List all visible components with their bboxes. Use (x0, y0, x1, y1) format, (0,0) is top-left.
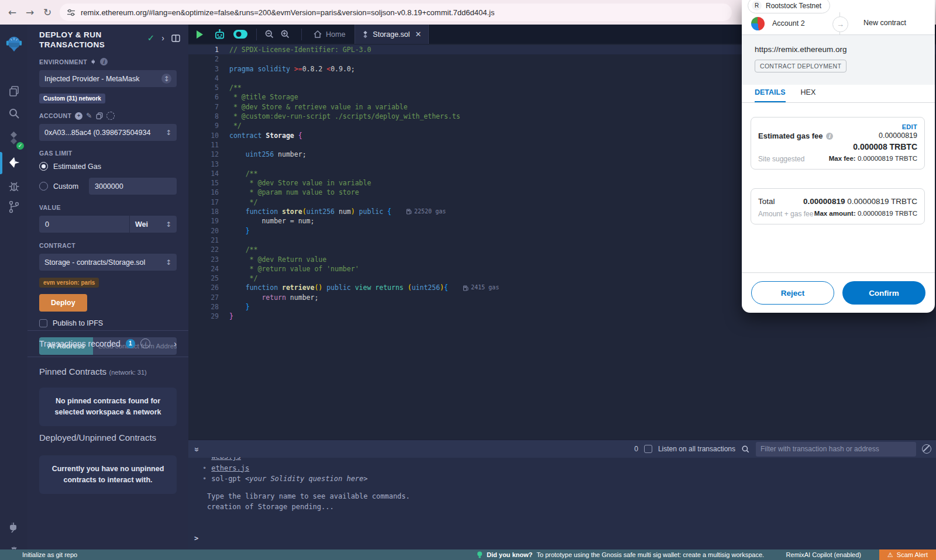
terminal-pending-line: creation of Storage pending... (207, 503, 936, 511)
deploy-button[interactable]: Deploy (39, 294, 87, 312)
tab-hex[interactable]: HEX (801, 85, 816, 102)
git-init-status[interactable]: Initialize as git repo (22, 551, 77, 558)
gas-limit-label: GAS LIMIT (39, 150, 177, 157)
contract-select[interactable]: Storage - contracts/Storage.sol ↕ (39, 254, 177, 271)
terminal-prompt[interactable]: > (194, 535, 198, 543)
debugger-icon[interactable] (0, 175, 27, 196)
remix-logo[interactable] (0, 30, 27, 57)
forward-icon[interactable]: → (21, 6, 39, 18)
copilot-toggle-icon[interactable] (233, 29, 248, 39)
reload-icon[interactable]: ↻ (39, 6, 56, 18)
listen-transactions-checkbox[interactable] (644, 445, 652, 453)
from-account: Account 2 (772, 19, 805, 27)
gas-fee-currency-value: 0.000008 TRBTC (758, 142, 917, 151)
total-rest-value: 0.00000819 TRBTC (847, 197, 917, 206)
pinned-network-suffix: (network: 31) (109, 369, 147, 376)
total-bold-value: 0.00000819 (803, 197, 845, 206)
deploy-and-run-icon[interactable] (0, 152, 27, 173)
environment-info-icon[interactable]: i (100, 58, 108, 65)
value-unit-select[interactable]: Wei ↕ (130, 216, 177, 233)
account-avatar (751, 17, 765, 30)
gas-fee-label: Estimated gas fee (758, 132, 823, 140)
scam-alert-button[interactable]: ⚠ Scam Alert (879, 549, 936, 560)
clear-console-icon[interactable] (922, 444, 931, 454)
gas-info-icon[interactable]: i (826, 133, 833, 140)
reject-button[interactable]: Reject (751, 281, 834, 305)
lightbulb-icon (477, 551, 483, 559)
zoom-in-icon[interactable] (280, 29, 290, 39)
environment-label: ENVIRONMENT i (39, 58, 177, 65)
add-account-icon[interactable]: + (75, 112, 82, 120)
plugin-manager-icon[interactable] (0, 517, 27, 538)
url-text: remix.ethereum.org/#lang=en&optimize=fal… (81, 8, 494, 17)
panel-layout-icon[interactable] (171, 34, 180, 42)
origin-section: https://remix.ethereum.org CONTRACT DEPL… (742, 35, 935, 85)
edit-gas-button[interactable]: EDIT (758, 123, 917, 130)
home-icon (314, 30, 322, 38)
publish-ipfs-row[interactable]: Publish to IPFS (39, 319, 177, 327)
panel-title: DEPLOY & RUN TRANSACTIONS (39, 30, 133, 50)
transactions-expand-icon[interactable]: › (174, 339, 177, 348)
git-icon[interactable] (0, 196, 27, 217)
select-caret-icon: ↕ (166, 258, 171, 267)
terminal-toolbar: » 0 Listen on all transactions Filter wi… (188, 440, 936, 458)
close-tab-icon[interactable]: ✕ (415, 30, 422, 39)
contract-label: CONTRACT (39, 242, 177, 249)
to-contract: New contract (863, 19, 906, 27)
solidity-compiler-icon[interactable]: ✓ (0, 127, 27, 148)
solgpt-hint: <your Solidity question here> (245, 475, 368, 483)
back-icon[interactable]: ← (4, 6, 21, 18)
value-input[interactable]: 0 (39, 216, 129, 233)
select-caret-icon: ↕ (166, 129, 171, 137)
panel-check-icon: ✓ (147, 33, 155, 43)
sign-message-icon[interactable]: ✎ (86, 112, 92, 120)
custom-gas-input[interactable]: 3000000 (89, 178, 177, 195)
tab-home[interactable]: Home (307, 25, 352, 44)
terminal-expand-icon[interactable]: » (192, 447, 202, 451)
status-bar: Initialize as git repo Did you know? To … (0, 549, 936, 560)
remixai-assistant-icon[interactable] (214, 29, 226, 40)
url-bar[interactable]: remix.ethereum.org/#lang=en&optimize=fal… (60, 4, 732, 21)
icon-rail: ✓ (0, 25, 28, 549)
transactions-recorded-row[interactable]: Transactions recorded 1 i › (39, 338, 177, 348)
panel-expand-icon[interactable]: › (161, 33, 164, 43)
custom-gas-option[interactable]: Custom 3000000 (39, 178, 177, 195)
network-pill[interactable]: R Rootstock Testnet (748, 0, 830, 13)
gas-estimate-hint: 2415 gas (463, 283, 499, 292)
search-icon[interactable] (0, 103, 27, 124)
gas-fee-card: EDIT Estimated gas fee i 0.00000819 0.00… (751, 117, 925, 170)
transactions-info-icon[interactable]: i (140, 338, 150, 348)
account-label: ACCOUNT + ✎ (39, 112, 177, 120)
action-badge: CONTRACT DEPLOYMENT (755, 60, 846, 72)
estimated-gas-radio[interactable] (39, 162, 48, 171)
deployed-contracts-section: Deployed/Unpinned Contracts Currently yo… (39, 433, 177, 494)
file-explorer-icon[interactable] (0, 81, 27, 102)
code-line[interactable]: 29} (188, 312, 936, 321)
ethers-link[interactable]: ethers.js (211, 465, 249, 473)
copy-address-icon[interactable] (96, 112, 103, 119)
account-refresh-icon[interactable] (106, 112, 115, 120)
custom-gas-radio[interactable] (39, 182, 48, 191)
tab-storage-sol[interactable]: Storage.sol ✕ (355, 25, 429, 44)
publish-ipfs-checkbox[interactable] (39, 319, 47, 327)
terminal-lib-item: •web3.js (202, 457, 936, 461)
metamask-footer: Reject Confirm (742, 272, 935, 313)
terminal-output[interactable]: •web3.js •ethers.js • sol-gpt <your Soli… (188, 457, 936, 549)
account-select[interactable]: 0xA03...85ac4 (0.398673504934 ↕ (39, 124, 177, 141)
environment-select[interactable]: Injected Provider - MetaMask ↕ (39, 70, 177, 87)
compiled-check-badge: ✓ (16, 142, 24, 150)
run-script-icon[interactable] (197, 30, 203, 39)
terminal-filter-input[interactable]: Filter with transaction hash or address (756, 442, 916, 457)
terminal-tx-count: 0 (634, 445, 638, 453)
zoom-out-icon[interactable] (264, 29, 274, 39)
tab-details[interactable]: DETAILS (755, 85, 786, 102)
screen: ← → ↻ remix.ethereum.org/#lang=en&optimi… (0, 0, 936, 560)
terminal-search-icon[interactable] (741, 445, 750, 454)
estimated-gas-option[interactable]: Estimated Gas (39, 162, 177, 171)
copilot-status[interactable]: RemixAI Copilot (enabled) (786, 551, 861, 558)
site-settings-icon[interactable] (67, 8, 75, 17)
network-avatar: R (752, 1, 762, 11)
web3-link[interactable]: web3.js (211, 457, 241, 461)
confirm-button[interactable]: Confirm (842, 281, 925, 305)
origin-url: https://remix.ethereum.org (755, 45, 847, 54)
